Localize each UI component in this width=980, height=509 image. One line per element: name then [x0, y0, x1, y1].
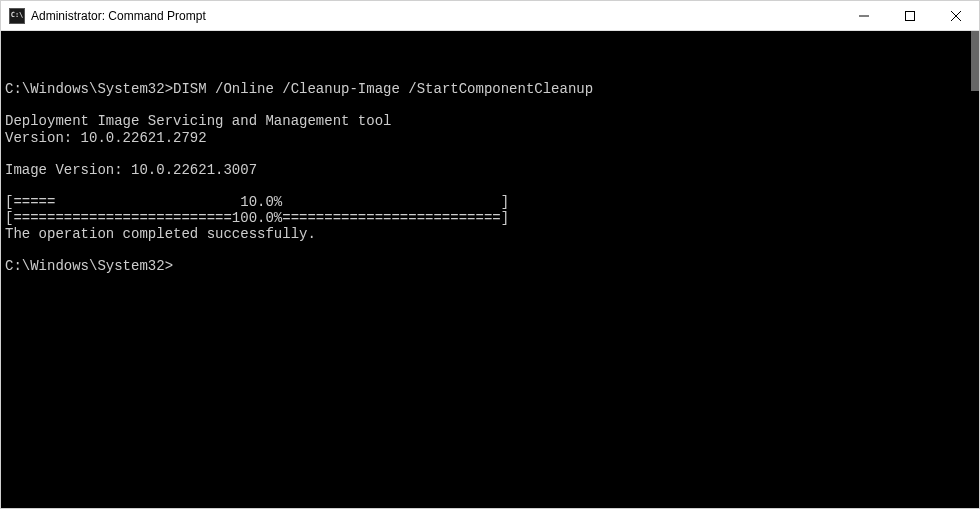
command-prompt-window: C:\ Administrator: Command Prompt	[0, 0, 980, 509]
tool-name-line: Deployment Image Servicing and Managemen…	[5, 113, 391, 129]
completion-message: The operation completed successfully.	[5, 226, 316, 242]
terminal-content: C:\Windows\System32>DISM /Online /Cleanu…	[5, 81, 975, 274]
cmd-icon: C:\	[9, 8, 25, 24]
prompt-2: C:\Windows\System32>	[5, 258, 173, 274]
tool-version-line: Version: 10.0.22621.2792	[5, 130, 207, 146]
cmd-icon-glyph: C:\	[11, 12, 24, 19]
cursor	[173, 260, 181, 274]
scrollbar-thumb[interactable]	[971, 31, 979, 91]
minimize-icon	[859, 11, 869, 21]
progress-bar-2: [==========================100.0%=======…	[5, 210, 509, 226]
titlebar[interactable]: C:\ Administrator: Command Prompt	[1, 1, 979, 31]
terminal-area[interactable]: C:\Windows\System32>DISM /Online /Cleanu…	[1, 31, 979, 508]
command-1: DISM /Online /Cleanup-Image /StartCompon…	[173, 81, 593, 97]
titlebar-left: C:\ Administrator: Command Prompt	[9, 8, 206, 24]
window-controls	[841, 1, 979, 30]
close-button[interactable]	[933, 1, 979, 31]
minimize-button[interactable]	[841, 1, 887, 31]
image-version-line: Image Version: 10.0.22621.3007	[5, 162, 257, 178]
maximize-icon	[905, 11, 915, 21]
prompt-1: C:\Windows\System32>	[5, 81, 173, 97]
maximize-button[interactable]	[887, 1, 933, 31]
window-title: Administrator: Command Prompt	[31, 9, 206, 23]
close-icon	[951, 11, 961, 21]
svg-rect-1	[906, 12, 915, 21]
progress-bar-1: [===== 10.0% ]	[5, 194, 509, 210]
